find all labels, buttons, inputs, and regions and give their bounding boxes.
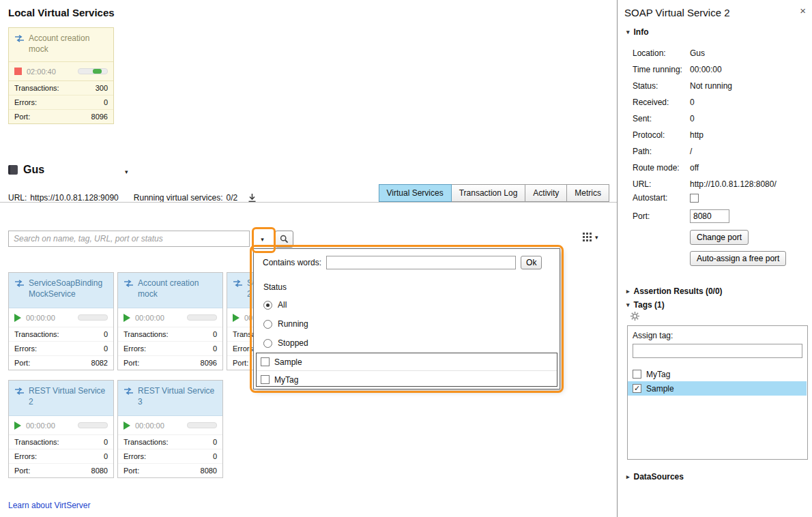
- autostart-row: Autostart:: [633, 193, 699, 203]
- port-row: Port: 8096: [118, 356, 222, 370]
- chevron-down-icon: ▾: [595, 234, 598, 241]
- status-option-label: Stopped: [278, 338, 308, 348]
- service-card-header: Account creation mock: [118, 273, 222, 308]
- section-assertion-results[interactable]: ▸ Assertion Results (0/0): [626, 286, 723, 296]
- transactions-value: 300: [96, 84, 108, 92]
- server-name: Gus: [23, 164, 44, 176]
- play-button[interactable]: [124, 422, 130, 430]
- page-title: Local Virtual Services: [8, 7, 115, 18]
- tag-item-mytag[interactable]: MyTag: [628, 367, 807, 381]
- server-dropdown-icon[interactable]: ▾: [125, 168, 128, 175]
- assign-tag-box: Assign tag: MyTag✓Sample: [627, 325, 808, 460]
- play-button[interactable]: [233, 314, 240, 322]
- datasources-heading: DataSources: [634, 472, 684, 482]
- radio-icon[interactable]: [263, 320, 272, 329]
- section-datasources[interactable]: ▸ DataSources: [626, 472, 684, 482]
- transactions-label: Transactions:: [14, 84, 59, 92]
- errors-label: Errors:: [124, 452, 146, 460]
- learn-about-virtserver-link[interactable]: Learn about VirtServer: [8, 501, 91, 510]
- info-value: 0: [690, 98, 695, 107]
- grid-view-icon: [583, 233, 592, 241]
- status-option-stopped[interactable]: Stopped: [263, 334, 308, 353]
- tab-strip-divider: [0, 202, 617, 203]
- running-service-card[interactable]: Account creation mock 02:00:40 Transacti…: [8, 27, 114, 124]
- status-option-running[interactable]: Running: [263, 314, 308, 334]
- service-card[interactable]: ServiceSoapBinding MockService 00:00:00 …: [8, 272, 114, 370]
- transactions-value: 0: [213, 330, 217, 338]
- stop-button[interactable]: [14, 68, 22, 75]
- info-row-path-: Path:/: [633, 143, 777, 160]
- checkbox-icon[interactable]: ✓: [633, 384, 641, 393]
- change-port-button[interactable]: Change port: [690, 230, 749, 245]
- info-row-route-mode-: Route mode:off: [633, 160, 777, 176]
- filter-tag-label: MyTag: [274, 375, 298, 385]
- tab-transaction-log[interactable]: Transaction Log: [451, 184, 526, 202]
- info-row-location-: Location:Gus: [633, 45, 777, 61]
- search-filter-dropdown-button[interactable]: ▾: [256, 232, 269, 246]
- filter-popup: Contains words: Ok Status AllRunningStop…: [253, 248, 560, 389]
- main-area: Local Virtual Services Account creation …: [0, 0, 618, 517]
- tag-settings-button[interactable]: [630, 311, 640, 323]
- checkbox-icon[interactable]: [261, 357, 270, 366]
- service-card[interactable]: REST Virtual Service 3 00:00:00 Transact…: [117, 380, 223, 478]
- info-value: 0: [690, 114, 695, 123]
- service-card[interactable]: Account creation mock 00:00:00 Transacti…: [117, 272, 223, 370]
- errors-value: 0: [213, 452, 217, 460]
- download-button[interactable]: [248, 193, 257, 203]
- search-icon: [280, 235, 289, 243]
- service-arrows-icon: [14, 387, 25, 398]
- service-status-row: 00:00:00: [9, 308, 113, 327]
- radio-icon[interactable]: [263, 339, 272, 348]
- info-value: /: [690, 147, 692, 156]
- info-label: URL:: [633, 179, 690, 189]
- info-row-status-: Status:Not running: [633, 78, 777, 94]
- info-row-received-: Received:0: [633, 94, 777, 110]
- service-progress-bar: [78, 422, 108, 428]
- url-label: URL:: [8, 193, 27, 203]
- service-name: Account creation mock: [138, 278, 217, 299]
- service-card[interactable]: REST Virtual Service 2 00:00:00 Transact…: [8, 380, 114, 478]
- status-option-all[interactable]: All: [263, 295, 308, 314]
- filter-tag-mytag[interactable]: MyTag: [257, 371, 557, 388]
- search-button[interactable]: [275, 231, 293, 248]
- errors-value: 0: [104, 452, 108, 460]
- service-timer: 02:00:40: [27, 68, 56, 76]
- contains-words-input[interactable]: [326, 256, 516, 269]
- radio-icon[interactable]: [263, 301, 272, 310]
- service-name: REST Virtual Service 3: [138, 386, 217, 407]
- search-input[interactable]: [8, 231, 250, 247]
- info-label: Time running:: [633, 65, 690, 74]
- transactions-row: Transactions: 300: [9, 81, 113, 95]
- errors-label: Errors:: [124, 344, 146, 353]
- checkbox-icon[interactable]: [261, 375, 270, 384]
- server-header[interactable]: Gus: [8, 164, 44, 176]
- auto-assign-port-button[interactable]: Auto-assign a free port: [690, 251, 786, 266]
- tab-virtual-services[interactable]: Virtual Services: [379, 184, 452, 202]
- play-button[interactable]: [14, 314, 21, 322]
- service-progress-bar: [187, 314, 217, 321]
- assign-tag-input[interactable]: [633, 344, 802, 358]
- section-info[interactable]: ▾ Info: [626, 27, 649, 37]
- filter-tag-sample[interactable]: Sample: [257, 353, 557, 371]
- view-mode-button[interactable]: ▾: [583, 233, 598, 241]
- transactions-row: Transactions: 0: [118, 327, 222, 342]
- info-value: http: [690, 130, 704, 140]
- play-button[interactable]: [14, 422, 21, 430]
- port-input[interactable]: [690, 209, 729, 223]
- tab-activity[interactable]: Activity: [525, 184, 567, 202]
- play-button[interactable]: [124, 314, 130, 322]
- ok-button[interactable]: Ok: [521, 256, 542, 269]
- port-label: Port:: [14, 467, 30, 475]
- detail-panel-title: SOAP Virtual Service 2: [624, 7, 730, 18]
- tag-item-sample[interactable]: ✓Sample: [628, 381, 807, 396]
- service-arrows-icon: [124, 387, 134, 398]
- section-tags[interactable]: ▾ Tags (1): [626, 300, 665, 310]
- download-icon: [248, 193, 257, 203]
- info-heading: Info: [634, 27, 649, 37]
- info-value: Gus: [690, 48, 705, 58]
- close-icon[interactable]: ×: [800, 5, 806, 16]
- checkbox-icon[interactable]: [633, 370, 641, 379]
- autostart-checkbox[interactable]: [690, 194, 699, 203]
- service-arrows-icon: [124, 280, 134, 291]
- tab-metrics[interactable]: Metrics: [566, 184, 609, 202]
